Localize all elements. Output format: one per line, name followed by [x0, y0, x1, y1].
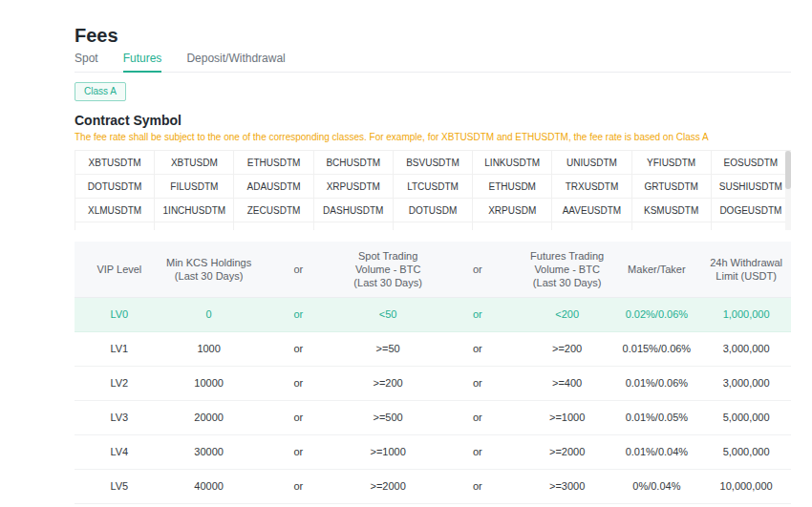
cell-spot-volume: >=1000	[343, 434, 433, 469]
page-title: Fees	[75, 25, 791, 46]
cell-or: or	[254, 469, 344, 503]
cell-vip-level: LV1	[75, 331, 164, 366]
scrollbar-thumb[interactable]	[785, 151, 791, 189]
cell-vip-level: LV0	[75, 297, 164, 331]
col-withdrawal-limit: 24h Withdrawal Limit (USDT)	[701, 242, 791, 297]
cell-futures-volume: >=200	[523, 331, 612, 366]
contract-symbols-panel: XBTUSDTM XBTUSDM ETHUSDTM BCHUSDTM BSVUS…	[75, 150, 791, 230]
contract-symbol: BCHUSDTM	[314, 151, 394, 175]
col-vip-level: VIP Level	[75, 242, 164, 297]
col-kcs-holdings: Min KCS Holdings (Last 30 Days)	[164, 242, 254, 297]
header-row: VIP Level Min KCS Holdings (Last 30 Days…	[75, 242, 791, 297]
contract-symbol: SXPUSDTM	[234, 222, 313, 230]
contract-symbol: XRPUSDM	[473, 199, 552, 222]
cell-or: or	[254, 297, 344, 331]
cell-or: or	[433, 366, 523, 400]
table-row-lv5: LV5 40000 or >=2000 or >=3000 0%/0.04% 1…	[75, 469, 791, 503]
contract-symbol: MATICUSDTM	[712, 222, 791, 230]
cell-vip-level: LV5	[75, 469, 164, 503]
cell-kcs-holdings: 10000	[164, 366, 254, 400]
cell-maker-taker: 0.01%/0.06%	[612, 366, 702, 400]
contract-symbol: SUSHIUSDTM	[712, 175, 791, 199]
cell-withdrawal-limit: 3,000,000	[701, 366, 791, 400]
cell-spot-volume: >=200	[343, 366, 433, 400]
cell-or: or	[433, 469, 523, 503]
col-maker-taker: Maker/Taker	[612, 242, 702, 297]
cell-withdrawal-limit: 1,000,000	[701, 297, 791, 331]
cell-or: or	[254, 366, 344, 400]
col-or-1: or	[254, 242, 344, 297]
contract-symbol: ADAUSDTM	[234, 175, 313, 199]
cell-withdrawal-limit: 10,000,000	[701, 469, 791, 503]
cell-spot-volume: >=500	[343, 400, 433, 434]
table-row-lv2: LV2 10000 or >=200 or >=400 0.01%/0.06% …	[75, 366, 791, 400]
contract-symbol: ETHUSDM	[473, 175, 552, 199]
cell-futures-volume: >=1000	[523, 400, 612, 434]
cell-spot-volume: >=50	[343, 331, 433, 366]
cell-futures-volume: <200	[523, 297, 612, 331]
contract-symbol: AAVEUSDTM	[552, 199, 631, 222]
contract-symbol: DOGEUSDTM	[712, 199, 791, 222]
cell-kcs-holdings: 30000	[164, 434, 254, 469]
cell-maker-taker: 0.02%/0.06%	[612, 297, 702, 331]
cell-withdrawal-limit: 5,000,000	[701, 400, 791, 434]
col-or-2: or	[433, 242, 523, 297]
cell-or: or	[433, 297, 523, 331]
contract-symbol: LINKUSDTM	[473, 151, 552, 175]
col-futures-volume: Futures Trading Volume - BTC (Last 30 Da…	[523, 242, 612, 297]
contract-symbol: EOSUSDTM	[712, 151, 791, 175]
cell-futures-volume: >=400	[523, 366, 612, 400]
contract-symbol: KSMUSDTM	[632, 199, 712, 222]
contract-symbol: BSVUSDTM	[394, 151, 473, 175]
table-row-lv0: LV0 0 or <50 or <200 0.02%/0.06% 1,000,0…	[75, 297, 791, 331]
vip-fee-table: VIP Level Min KCS Holdings (Last 30 Days…	[75, 242, 791, 504]
cell-kcs-holdings: 1000	[164, 331, 254, 366]
fee-table-header: VIP Level Min KCS Holdings (Last 30 Days…	[75, 242, 791, 297]
cell-vip-level: LV2	[75, 366, 164, 400]
cell-maker-taker: 0.015%/0.06%	[612, 331, 702, 366]
contract-symbol-heading: Contract Symbol	[75, 113, 791, 128]
contract-symbol: AVAXUSDTM	[552, 222, 631, 230]
contract-symbol: 1INCHUSDTM	[155, 199, 234, 222]
cell-kcs-holdings: 40000	[164, 469, 254, 503]
fee-rate-note: The fee rate shall be subject to the one…	[75, 132, 791, 142]
contract-symbol: XLMUSDTM	[75, 199, 155, 222]
contract-symbol: UNIUSDTM	[552, 151, 631, 175]
cell-or: or	[433, 331, 523, 366]
fee-table-body: LV0 0 or <50 or <200 0.02%/0.06% 1,000,0…	[75, 297, 791, 503]
cell-vip-level: LV3	[75, 400, 164, 434]
contract-symbol: DOTUSDTM	[75, 175, 155, 199]
cell-or: or	[254, 331, 344, 366]
class-a-badge[interactable]: Class A	[75, 82, 126, 101]
contract-symbol: TRXUSDTM	[552, 175, 631, 199]
cell-or: or	[433, 434, 523, 469]
contract-symbols-grid: XBTUSDTM XBTUSDM ETHUSDTM BCHUSDTM BSVUS…	[75, 151, 791, 230]
cell-or: or	[254, 400, 344, 434]
tab-spot[interactable]: Spot	[75, 52, 98, 72]
tab-futures[interactable]: Futures	[123, 52, 162, 73]
contract-symbol: XRPUSDTM	[314, 175, 394, 199]
cell-maker-taker: 0.01%/0.05%	[612, 400, 702, 434]
tab-deposit-withdrawal[interactable]: Deposit/Withdrawal	[186, 52, 285, 72]
symbols-scrollbar[interactable]	[785, 151, 791, 230]
contract-symbol: FTMUSDTM	[632, 222, 712, 230]
contract-symbol: GRTUSDTM	[632, 175, 712, 199]
cell-maker-taker: 0.01%/0.04%	[612, 434, 702, 469]
contract-symbol: ALGOUSDTM	[473, 222, 552, 230]
table-row-lv3: LV3 20000 or >=500 or >=1000 0.01%/0.05%…	[75, 400, 791, 434]
fees-page: Fees Spot Futures Deposit/Withdrawal Cla…	[0, 0, 812, 504]
contract-symbol: YFIUSDTM	[632, 151, 712, 175]
contract-symbol: ETHUSDTM	[234, 151, 313, 175]
table-row-lv1: LV1 1000 or >=50 or >=200 0.015%/0.06% 3…	[75, 331, 791, 366]
contract-symbol: XBTUSDM	[155, 151, 234, 175]
cell-spot-volume: >=2000	[343, 469, 433, 503]
cell-withdrawal-limit: 3,000,000	[701, 331, 791, 366]
contract-symbol: DASHUSDTM	[314, 199, 394, 222]
col-spot-volume: Spot Trading Volume - BTC (Last 30 Days)	[343, 242, 433, 297]
contract-symbol: LTCUSDTM	[394, 175, 473, 199]
contract-symbol: BNBUSDTM	[155, 222, 234, 230]
cell-withdrawal-limit: 5,000,000	[701, 434, 791, 469]
contract-symbol: ZECUSDTM	[234, 199, 313, 222]
contract-symbol: FILUSDTM	[155, 175, 234, 199]
cell-or: or	[254, 434, 344, 469]
